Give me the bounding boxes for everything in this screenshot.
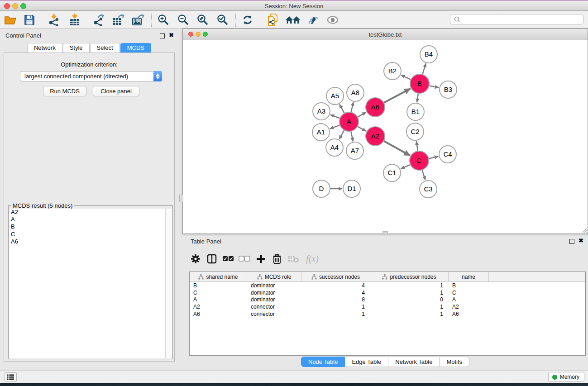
table-cell[interactable]: 1 <box>370 304 449 310</box>
horizontal-split-handle[interactable] <box>382 231 388 234</box>
add-column-button[interactable] <box>254 252 268 266</box>
table-cell[interactable]: A <box>190 296 247 303</box>
tab-network-table[interactable]: Network Table <box>388 357 440 367</box>
table-cell[interactable]: dominator <box>247 296 301 303</box>
tab-motifs[interactable]: Motifs <box>440 357 469 367</box>
column-header-name[interactable]: name <box>449 272 489 281</box>
search-field[interactable] <box>450 14 583 24</box>
table-cell[interactable]: A2 <box>190 304 247 310</box>
resize-grip-icon[interactable] <box>581 227 587 233</box>
memory-button[interactable]: Memory <box>548 372 584 382</box>
table-cell[interactable]: A <box>449 296 489 303</box>
tab-mcds[interactable]: MCDS <box>120 43 151 53</box>
column-header-successor-nodes[interactable]: successor nodes <box>301 272 370 281</box>
mcds-result-item-a6[interactable]: A6 <box>9 238 166 245</box>
table-row-a[interactable]: Adominator80A <box>190 296 585 304</box>
task-history-button[interactable] <box>5 372 17 381</box>
graph-edge-C-C3[interactable] <box>422 170 425 180</box>
graph-edge-A6-B[interactable] <box>384 89 410 103</box>
table-cell[interactable]: connector <box>247 311 301 317</box>
graph-edge-B-B2[interactable] <box>401 75 411 80</box>
graph-node-C2[interactable]: C2 <box>406 123 424 140</box>
graph-node-C3[interactable]: C3 <box>420 181 437 198</box>
table-cell[interactable]: B <box>449 282 489 289</box>
close-panel-button[interactable]: Close panel <box>93 86 139 96</box>
table-cell[interactable]: dominator <box>247 290 301 296</box>
graph-node-A7[interactable]: A7 <box>346 142 363 159</box>
home-button[interactable] <box>285 13 301 27</box>
search-input[interactable] <box>462 15 583 24</box>
tab-select[interactable]: Select <box>90 43 120 53</box>
zoom-fit-button[interactable] <box>195 13 210 27</box>
mcds-result-item-b[interactable]: B <box>9 223 166 230</box>
graph-node-A1[interactable]: A1 <box>312 124 330 141</box>
graph-node-B1[interactable]: B1 <box>407 103 424 120</box>
table-cell[interactable]: 1 <box>301 311 370 317</box>
zoom-out-button[interactable] <box>176 13 191 27</box>
table-cell[interactable]: C <box>449 290 489 296</box>
graph-node-C1[interactable]: C1 <box>383 164 401 181</box>
graph-node-A3[interactable]: A3 <box>313 103 330 120</box>
column-header-MCDS-role[interactable]: MCDS role <box>247 272 301 281</box>
mcds-result-item-a2[interactable]: A2 <box>9 209 166 216</box>
graph-node-A4[interactable]: A4 <box>326 139 343 156</box>
refresh-button[interactable] <box>240 13 255 27</box>
network-canvas[interactable]: B4B2BB3A5A8A6B1A3AA1C2A2A4A7C4CC1C3DD1 <box>183 40 588 234</box>
table-cell[interactable]: C <box>190 290 247 296</box>
graph-edge-C-C4[interactable] <box>429 157 438 159</box>
tab-edge-table[interactable]: Edge Table <box>345 357 388 367</box>
zoom-in-button[interactable] <box>156 13 171 27</box>
vertical-split-handle[interactable] <box>179 195 183 202</box>
table-cell[interactable]: 1 <box>301 304 370 310</box>
graph-edge-A-A3[interactable] <box>330 114 340 118</box>
open-session-button[interactable] <box>3 13 18 27</box>
graph-edge-A-A7[interactable] <box>351 132 353 142</box>
graphics-details-button[interactable] <box>305 13 320 27</box>
graph-edge-B-B4[interactable] <box>422 63 425 74</box>
graph-node-C[interactable]: C <box>410 151 429 170</box>
graph-edge-B-B1[interactable] <box>417 94 418 102</box>
graph-node-B4[interactable]: B4 <box>420 46 437 63</box>
graph-node-C4[interactable]: C4 <box>439 146 456 163</box>
table-cell[interactable]: A6 <box>449 311 489 317</box>
graph-node-B2[interactable]: B2 <box>384 62 401 80</box>
unselect-all-columns-button[interactable] <box>238 252 251 266</box>
table-row-c[interactable]: Cdominator41C <box>190 289 585 296</box>
show-hide-button[interactable] <box>325 13 340 27</box>
close-panel-icon[interactable]: ✖ <box>169 32 174 38</box>
export-network-button[interactable] <box>91 13 107 27</box>
export-table-button[interactable] <box>110 13 126 27</box>
table-row-a2[interactable]: A2connector11A2 <box>190 303 585 310</box>
table-settings-button[interactable] <box>189 252 202 266</box>
network-window-titlebar[interactable]: testGlobe.txt <box>183 29 588 40</box>
tab-style[interactable]: Style <box>63 43 90 53</box>
select-all-columns-button[interactable] <box>221 252 235 266</box>
graph-edge-B-B3[interactable] <box>430 86 439 87</box>
table-cell[interactable]: connector <box>247 304 301 310</box>
graph-edge-C-C2[interactable] <box>416 141 418 151</box>
import-table-button[interactable] <box>67 13 82 27</box>
tab-network[interactable]: Network <box>27 43 62 53</box>
mcds-result-item-c[interactable]: C <box>9 231 166 238</box>
table-row-b[interactable]: Bdominator41B <box>190 282 585 289</box>
graph-node-D[interactable]: D <box>313 180 330 197</box>
graph-node-B[interactable]: B <box>410 74 429 93</box>
save-session-button[interactable] <box>22 13 37 27</box>
table-row-a6[interactable]: A6connector11A6 <box>190 310 585 318</box>
graph-edge-A-A6[interactable] <box>358 112 366 117</box>
graph-edge-A-A5[interactable] <box>339 104 344 113</box>
run-mcds-button[interactable]: Run MCDS <box>43 86 86 96</box>
graph-node-A5[interactable]: A5 <box>326 87 344 105</box>
graph-node-A8[interactable]: A8 <box>347 84 364 101</box>
import-network-button[interactable] <box>46 13 62 27</box>
mcds-result-item-a[interactable]: A <box>9 216 166 223</box>
graph-node-D1[interactable]: D1 <box>343 180 360 197</box>
graph-edge-A2-C[interactable] <box>384 141 410 156</box>
mcds-result-list[interactable]: A2ABCA6 <box>9 209 166 358</box>
graph-node-A6[interactable]: A6 <box>366 98 385 117</box>
graph-edge-A-A1[interactable] <box>330 125 340 129</box>
graph-node-A2[interactable]: A2 <box>366 127 385 146</box>
graph-edge-C-C1[interactable] <box>401 165 410 169</box>
table-panel-close-icon[interactable]: ✖ <box>578 237 583 244</box>
tab-node-table[interactable]: Node Table <box>301 357 345 367</box>
